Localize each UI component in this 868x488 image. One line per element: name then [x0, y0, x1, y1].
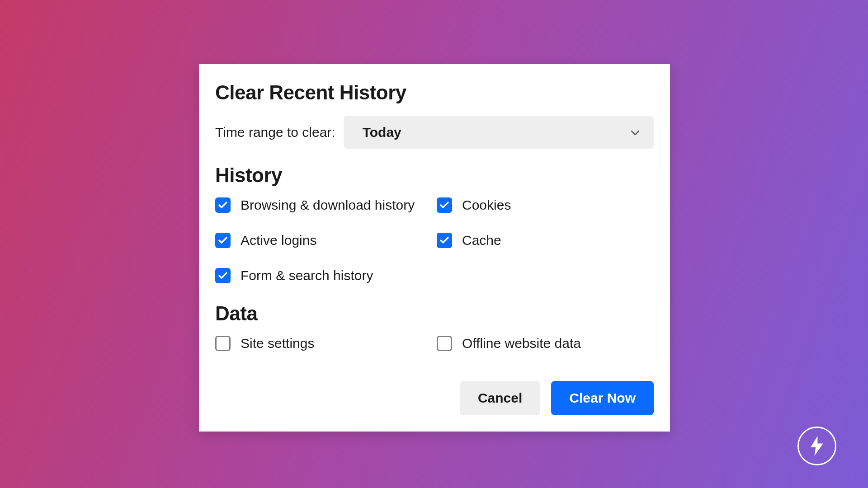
checkbox-row-offline-data: Offline website data: [437, 336, 654, 351]
data-checkbox-grid: Site settings Offline website data: [215, 336, 654, 351]
checkbox-browsing-history[interactable]: [215, 197, 231, 213]
checkbox-cookies[interactable]: [437, 197, 452, 213]
checkbox-label: Cookies: [462, 197, 511, 213]
checkbox-label: Cache: [462, 233, 501, 248]
checkbox-label: Form & search history: [241, 268, 373, 283]
time-range-row: Time range to clear: Today: [215, 116, 654, 149]
chevron-down-icon: [630, 127, 640, 137]
checkbox-site-settings[interactable]: [215, 336, 231, 351]
checkbox-row-cookies: Cookies: [437, 197, 654, 213]
time-range-value: Today: [363, 125, 401, 140]
section-heading-data: Data: [215, 302, 654, 325]
time-range-select[interactable]: Today: [344, 116, 654, 149]
checkbox-label: Offline website data: [462, 336, 581, 351]
cancel-button[interactable]: Cancel: [460, 381, 540, 415]
clear-history-dialog: Clear Recent History Time range to clear…: [199, 64, 670, 432]
time-range-label: Time range to clear:: [215, 125, 335, 140]
checkbox-row-active-logins: Active logins: [215, 233, 432, 248]
checkbox-label: Browsing & download history: [241, 197, 415, 213]
checkbox-row-form-search: Form & search history: [215, 268, 432, 283]
checkbox-active-logins[interactable]: [215, 233, 231, 248]
checkbox-form-search-history[interactable]: [215, 268, 231, 283]
lightning-icon: [797, 427, 836, 465]
checkbox-label: Site settings: [241, 336, 314, 351]
checkbox-row-browsing: Browsing & download history: [215, 197, 432, 213]
checkbox-offline-website-data[interactable]: [437, 336, 452, 351]
dialog-button-row: Cancel Clear Now: [215, 381, 654, 415]
checkbox-cache[interactable]: [437, 233, 452, 248]
checkbox-row-cache: Cache: [437, 233, 654, 248]
clear-now-button[interactable]: Clear Now: [551, 381, 654, 415]
checkbox-label: Active logins: [241, 233, 316, 248]
history-checkbox-grid: Browsing & download history Cookies Acti…: [215, 197, 654, 283]
dialog-title: Clear Recent History: [215, 81, 654, 104]
checkbox-row-site-settings: Site settings: [215, 336, 432, 351]
section-heading-history: History: [215, 164, 654, 187]
